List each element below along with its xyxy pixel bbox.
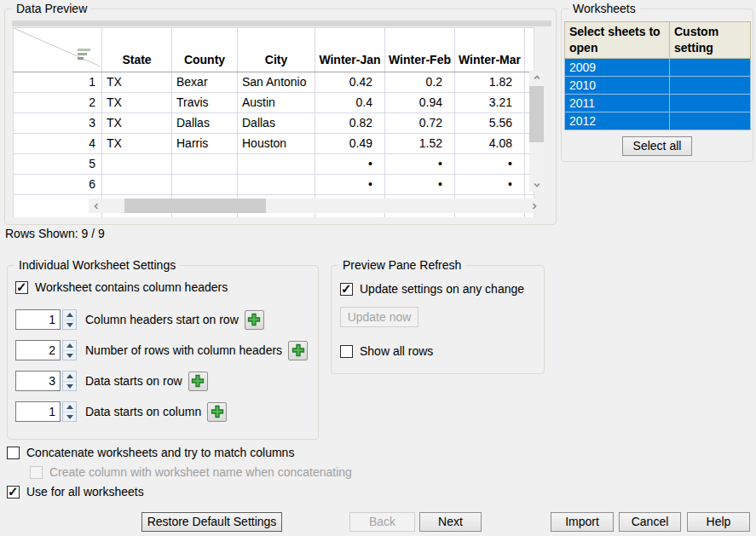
custom-setting-cell[interactable] xyxy=(670,112,751,130)
table-cell[interactable]: • xyxy=(385,154,455,175)
table-cell[interactable]: 0.82 xyxy=(315,113,385,134)
table-cell[interactable]: 3 xyxy=(14,113,102,134)
table-cell[interactable]: • xyxy=(315,175,385,195)
worksheet-row[interactable]: 2012 xyxy=(565,112,751,130)
spinner-up-button[interactable] xyxy=(63,402,76,412)
table-cell[interactable]: San Antonio xyxy=(238,72,315,93)
column-header-winter-feb[interactable]: Winter-Feb xyxy=(385,28,455,72)
spinner-down-button[interactable] xyxy=(63,320,76,330)
table-cell[interactable] xyxy=(238,154,315,175)
add-setting-button[interactable] xyxy=(188,372,208,391)
column-header-county[interactable]: County xyxy=(172,28,238,72)
corner-cell[interactable] xyxy=(14,28,102,72)
column-header-city[interactable]: City xyxy=(238,28,315,72)
table-cell[interactable]: 0.2 xyxy=(385,72,455,93)
custom-setting-cell[interactable] xyxy=(670,77,751,95)
table-cell[interactable]: 0.94 xyxy=(385,93,455,113)
checkbox-box[interactable] xyxy=(340,345,353,358)
worksheet-name-cell[interactable]: 2009 xyxy=(565,59,670,77)
cancel-button[interactable]: Cancel xyxy=(619,512,681,532)
vertical-scrollbar[interactable] xyxy=(529,71,544,192)
checkbox-box[interactable] xyxy=(15,281,28,294)
table-cell[interactable]: • xyxy=(454,154,524,175)
spinner-input[interactable]: 1 xyxy=(15,401,61,422)
spinner-down-button[interactable] xyxy=(63,350,76,360)
table-cell[interactable]: TX xyxy=(102,72,172,93)
table-cell[interactable] xyxy=(102,175,172,195)
table-cell[interactable]: Bexar xyxy=(172,72,238,93)
table-cell[interactable]: 3.21 xyxy=(454,93,524,113)
spinner-buttons[interactable] xyxy=(62,340,77,360)
spinner-buttons[interactable] xyxy=(62,309,77,330)
select-sheets-header[interactable]: Select sheets to open xyxy=(565,22,670,59)
table-cell[interactable]: 4 xyxy=(14,134,102,154)
vertical-scrollbar-thumb[interactable] xyxy=(529,86,544,142)
import-button[interactable]: Import xyxy=(551,512,614,532)
worksheet-row[interactable]: 2009 xyxy=(565,59,751,77)
spinner-input[interactable]: 2 xyxy=(15,340,61,360)
table-cell[interactable] xyxy=(172,154,238,175)
custom-setting-cell[interactable] xyxy=(670,59,751,77)
spinner-down-button[interactable] xyxy=(63,412,76,422)
spinner-up-button[interactable] xyxy=(63,310,76,320)
table-cell[interactable]: Harris xyxy=(172,134,238,154)
table-row[interactable]: 6••• xyxy=(14,175,534,195)
table-cell[interactable]: • xyxy=(315,154,385,175)
next-button[interactable]: Next xyxy=(419,512,482,532)
worksheet-name-cell[interactable]: 2010 xyxy=(565,77,670,95)
column-header-winter-mar[interactable]: Winter-Mar xyxy=(454,28,524,72)
table-cell[interactable] xyxy=(102,154,172,175)
checkbox-box[interactable] xyxy=(7,447,20,459)
spinner-input[interactable]: 1 xyxy=(15,309,61,330)
table-cell[interactable]: Austin xyxy=(238,93,315,113)
spinner-down-button[interactable] xyxy=(63,381,76,391)
worksheet-row[interactable]: 2011 xyxy=(565,95,751,112)
horizontal-scrollbar-thumb[interactable] xyxy=(124,199,266,213)
worksheet-row[interactable]: 2010 xyxy=(565,77,751,95)
add-setting-button[interactable] xyxy=(288,341,308,360)
table-row[interactable]: 1TXBexarSan Antonio0.420.21.82 xyxy=(14,72,534,93)
update-now-button[interactable]: Update now xyxy=(340,307,418,327)
table-cell[interactable]: 5 xyxy=(14,154,102,175)
table-cell[interactable]: 0.42 xyxy=(315,72,385,93)
horizontal-scrollbar[interactable] xyxy=(89,199,541,213)
spinner-buttons[interactable] xyxy=(62,371,77,391)
column-header-state[interactable]: State xyxy=(102,28,172,72)
table-row[interactable]: 2TXTravisAustin0.40.943.21 xyxy=(14,93,534,113)
table-row[interactable]: 5••• xyxy=(14,154,534,175)
table-cell[interactable]: Houston xyxy=(238,134,315,154)
table-row[interactable]: 3TXDallasDallas0.820.725.56 xyxy=(14,113,534,134)
table-cell[interactable]: • xyxy=(454,175,524,195)
table-cell[interactable]: 1.52 xyxy=(385,134,455,154)
table-cell[interactable]: TX xyxy=(102,93,172,113)
custom-setting-cell[interactable] xyxy=(670,95,751,112)
use-for-all-worksheets-checkbox[interactable]: Use for all worksheets xyxy=(7,485,144,499)
table-row[interactable]: 4TXHarrisHouston0.491.524.08 xyxy=(14,134,534,154)
table-cell[interactable]: 1.82 xyxy=(454,72,524,93)
spinner-input[interactable]: 3 xyxy=(15,371,61,391)
add-setting-button[interactable] xyxy=(207,402,227,422)
table-cell[interactable]: 1 xyxy=(14,72,102,93)
help-button[interactable]: Help xyxy=(687,512,750,532)
select-all-button[interactable]: Select all xyxy=(622,136,692,156)
table-cell[interactable]: 5.56 xyxy=(454,113,524,134)
worksheet-name-cell[interactable]: 2011 xyxy=(565,95,670,112)
spinner-buttons[interactable] xyxy=(62,401,77,422)
table-cell[interactable]: TX xyxy=(102,134,172,154)
show-all-rows-checkbox[interactable]: Show all rows xyxy=(340,344,433,358)
scroll-left-button[interactable] xyxy=(89,199,103,213)
column-header-winter-jan[interactable]: Winter-Jan xyxy=(315,28,385,72)
checkbox-box[interactable] xyxy=(7,486,20,499)
table-cell[interactable]: Dallas xyxy=(172,113,238,134)
scroll-up-button[interactable] xyxy=(529,71,544,84)
top-scrollbar[interactable] xyxy=(12,20,551,26)
table-cell[interactable]: 0.72 xyxy=(385,113,455,134)
add-setting-button[interactable] xyxy=(245,310,264,330)
restore-default-settings-button[interactable]: Restore Default Settings xyxy=(141,512,282,532)
table-cell[interactable]: 0.4 xyxy=(315,93,385,113)
table-cell[interactable]: 4.08 xyxy=(454,134,524,154)
contains-headers-checkbox[interactable]: Worksheet contains column headers xyxy=(15,280,228,294)
update-on-change-checkbox[interactable]: Update settings on any change xyxy=(340,282,524,296)
spinner-up-button[interactable] xyxy=(63,341,76,350)
table-cell[interactable]: Dallas xyxy=(238,113,315,134)
